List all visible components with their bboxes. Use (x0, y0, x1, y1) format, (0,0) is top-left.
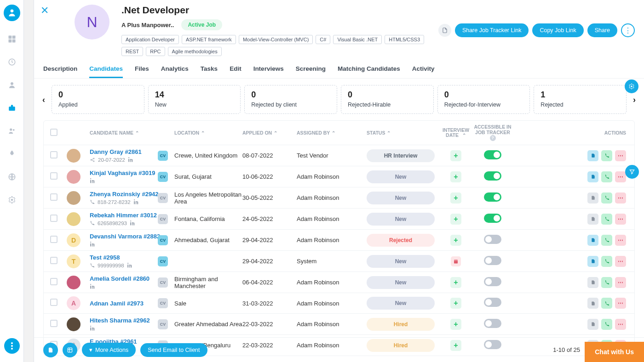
doc-action-icon[interactable] (587, 214, 598, 225)
close-icon[interactable]: ✕ (40, 5, 49, 56)
add-interview-icon[interactable]: + (450, 298, 461, 309)
stage-card[interactable]: 14New (148, 85, 241, 114)
tab-activity[interactable]: Activity (412, 62, 435, 78)
sort-icon[interactable]: ⌃ (387, 130, 391, 136)
status-pill[interactable]: New (367, 297, 435, 310)
doc-action-icon[interactable] (587, 256, 598, 267)
tab-analytics[interactable]: Analytics (161, 62, 189, 78)
stage-card[interactable]: 1Rejected (534, 85, 627, 114)
nav-clock-icon[interactable] (7, 57, 17, 67)
cv-badge[interactable]: CV (158, 151, 168, 161)
row-more-icon[interactable]: ⋯ (615, 150, 626, 161)
cv-badge[interactable]: CV (158, 319, 168, 329)
row-more-icon[interactable]: ⋯ (615, 235, 626, 246)
tab-matching-candidates[interactable]: Matching Candidates (338, 62, 400, 78)
tab-interviews[interactable]: Interviews (253, 62, 284, 78)
accessible-toggle[interactable] (484, 150, 501, 159)
cv-badge[interactable]: CV (158, 214, 168, 224)
status-pill[interactable]: New (367, 192, 435, 204)
accessible-toggle[interactable] (484, 298, 501, 307)
share-tracker-button[interactable]: Share Job Tracker Link (455, 23, 529, 37)
row-checkbox[interactable] (50, 299, 58, 306)
calendar-icon[interactable] (451, 256, 461, 266)
col-assigned[interactable]: ASSIGNED BY (297, 130, 330, 136)
stage-card[interactable]: 0Applied (52, 85, 144, 114)
row-more-icon[interactable]: ⋯ (615, 192, 626, 204)
accessible-toggle[interactable] (484, 171, 501, 181)
tab-files[interactable]: Files (135, 62, 149, 78)
status-pill[interactable]: New (367, 213, 435, 226)
status-pill[interactable]: Hired (367, 318, 435, 331)
tab-edit[interactable]: Edit (230, 62, 242, 78)
cv-badge[interactable]: CV (158, 172, 168, 182)
doc-action-icon[interactable] (587, 298, 598, 309)
accessible-toggle[interactable] (484, 192, 501, 202)
more-menu-icon[interactable]: ⋮ (621, 23, 635, 37)
cv-badge[interactable]: CV (158, 256, 168, 266)
row-checkbox[interactable] (50, 278, 58, 285)
stage-card[interactable]: 0Rejected by client (244, 85, 337, 114)
call-action-icon[interactable] (601, 277, 612, 288)
export-pdf-icon[interactable] (43, 343, 58, 357)
accessible-toggle[interactable] (484, 319, 501, 328)
document-icon[interactable] (438, 24, 451, 37)
col-applied[interactable]: APPLIED ON (242, 130, 272, 136)
more-actions-button[interactable]: ▾More Actions (82, 343, 136, 357)
stage-next-icon[interactable]: › (633, 95, 636, 104)
export-xls-icon[interactable] (63, 343, 77, 357)
doc-action-icon[interactable] (587, 319, 598, 330)
nav-briefcase-icon[interactable] (7, 103, 17, 113)
chat-button[interactable]: Chat with Us (585, 342, 644, 362)
filter-icon[interactable] (625, 165, 639, 179)
call-action-icon[interactable] (601, 214, 612, 225)
share-button[interactable]: Share (587, 23, 617, 37)
doc-action-icon[interactable] (587, 192, 598, 204)
status-pill[interactable]: New (367, 276, 435, 289)
call-action-icon[interactable] (601, 319, 612, 330)
status-pill[interactable]: New (367, 170, 435, 183)
stage-prev-icon[interactable]: ‹ (42, 95, 45, 104)
accessible-toggle[interactable] (484, 256, 501, 265)
col-location[interactable]: LOCATION (174, 130, 199, 136)
status-pill[interactable]: New (367, 255, 435, 268)
status-pill[interactable]: Rejected (367, 234, 435, 247)
tab-candidates[interactable]: Candidates (89, 62, 123, 78)
cv-badge[interactable]: CV (158, 235, 168, 245)
call-action-icon[interactable] (601, 171, 612, 182)
tab-description[interactable]: Description (43, 62, 77, 78)
row-checkbox[interactable] (50, 151, 58, 158)
call-action-icon[interactable] (601, 150, 612, 161)
row-more-icon[interactable]: ⋯ (615, 214, 626, 225)
sidebar-fab-icon[interactable] (4, 338, 20, 354)
add-interview-icon[interactable]: + (450, 150, 461, 161)
doc-action-icon[interactable] (587, 171, 598, 182)
row-more-icon[interactable]: ⋯ (615, 298, 626, 309)
tab-tasks[interactable]: Tasks (201, 62, 218, 78)
col-status[interactable]: STATUS (367, 130, 385, 136)
row-checkbox[interactable] (50, 257, 58, 264)
doc-action-icon[interactable] (587, 235, 598, 246)
add-interview-icon[interactable]: + (450, 192, 461, 204)
copy-link-button[interactable]: Copy Job Link (532, 23, 583, 37)
nav-users-icon[interactable] (7, 126, 17, 136)
call-action-icon[interactable] (601, 256, 612, 267)
accessible-toggle[interactable] (484, 214, 501, 223)
stage-card[interactable]: 0Rejected-for-Interview (437, 85, 530, 114)
cv-badge[interactable]: CV (158, 298, 168, 308)
row-more-icon[interactable]: ⋯ (615, 277, 626, 288)
call-action-icon[interactable] (601, 235, 612, 246)
row-checkbox[interactable] (50, 215, 58, 222)
stage-settings-icon[interactable] (625, 79, 638, 93)
row-checkbox[interactable] (50, 172, 58, 180)
row-checkbox[interactable] (50, 320, 58, 327)
add-interview-icon[interactable]: + (450, 277, 461, 288)
col-name[interactable]: CANDIDATE NAME (90, 130, 133, 136)
cv-badge[interactable]: CV (158, 277, 168, 288)
sort-icon[interactable]: ⌃ (274, 130, 277, 136)
sort-icon[interactable]: ⌃ (201, 130, 205, 136)
row-more-icon[interactable]: ⋯ (615, 256, 626, 267)
doc-action-icon[interactable] (587, 277, 598, 288)
tab-screening[interactable]: Screening (296, 62, 326, 78)
nav-person-icon[interactable] (7, 80, 17, 90)
row-more-icon[interactable]: ⋯ (615, 319, 626, 330)
